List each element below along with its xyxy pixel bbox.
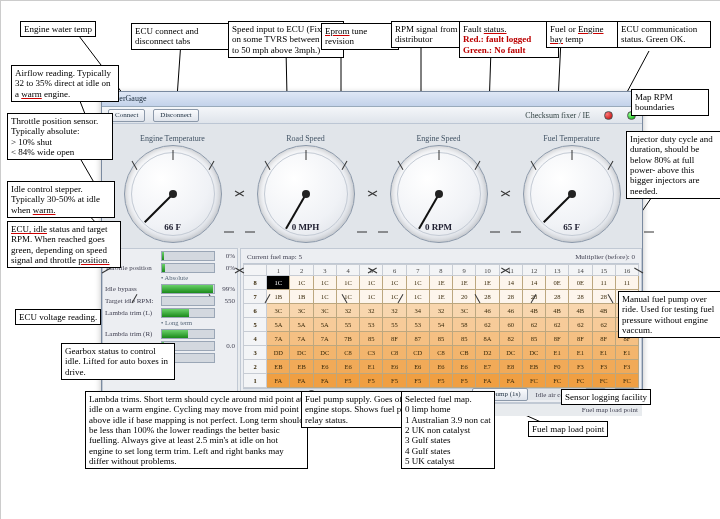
callout-engine-water-temp: Engine water temp: [20, 21, 96, 37]
gauge: Engine Temperature66 F: [106, 134, 239, 243]
callout-throttle: Throttle position sensor. Typically abso…: [7, 113, 113, 160]
gauge: Road Speed0 MPH: [239, 134, 372, 243]
multiplier-label: Multiplier (before): 0: [575, 253, 635, 261]
callout-ecu-connect-tabs: ECU connect and disconnect tabs: [131, 23, 229, 50]
callout-injector: Injector duty cycle and duration, should…: [626, 131, 720, 199]
fault-led: [604, 111, 613, 120]
disconnect-tab[interactable]: Disconnect: [153, 109, 199, 122]
eprom-label: Checksum fixer / IE: [525, 111, 590, 120]
gauge: Fuel Temperature65 F: [505, 134, 638, 243]
idle-bar: Idle bypass99%: [105, 284, 235, 294]
window-title: RoverGauge: [102, 92, 642, 107]
fuel-map-loadpoint-label: Fuel map load point: [582, 406, 638, 414]
callout-voltage: ECU voltage reading.: [15, 309, 101, 325]
callout-idle-stepper: Idle control stepper. Typically 30-50% a…: [7, 181, 115, 218]
callout-eprom: Eprom tune revision: [321, 23, 399, 50]
callout-fuel-temp: Fuel or Engine bay temp: [546, 21, 620, 48]
fuel-map-panel: Current fuel map: 5 Multiplier (before):…: [240, 248, 642, 403]
connect-tab[interactable]: Connect: [108, 109, 145, 122]
callout-sensor-logging: Sensor logging facility: [561, 389, 651, 405]
callout-manual-pump: Manual fuel pump over ride. Used for tes…: [618, 291, 720, 338]
callout-gearbox: Gearbox status to control idle. Lifted f…: [61, 343, 175, 380]
lambda-right-bar: Lambda trim (R): [105, 329, 235, 339]
callout-fault-status: Fault status. Red.: fault logged Green.:…: [459, 21, 559, 58]
throttle-bar: Throttle position0%: [105, 263, 235, 273]
target-rpm: Target idle RPM:550: [105, 296, 235, 306]
callout-selected-map: Selected fuel map. 0 limp home 1 Austral…: [401, 391, 495, 469]
callout-map-rpm: Map RPM boundaries: [631, 89, 709, 116]
lambda-left-bar: Lambda trim (L): [105, 308, 235, 318]
callout-idle-status: ECU, idle status and target RPM. When re…: [7, 221, 121, 268]
callout-airflow: Airflow reading. Typically 32 to 35% dir…: [11, 65, 119, 102]
callout-lambda: Lambda trims. Short term should cycle ar…: [85, 391, 308, 469]
fuel-map-title: Current fuel map: 5: [247, 253, 302, 261]
maf-bar: MAF0%: [105, 251, 235, 261]
gauge: Engine Speed0 RPM: [372, 134, 505, 243]
fuel-map-table: 1234567891011121314151681C1C1C1C1C1C1C1E…: [243, 264, 639, 388]
gauge-row: Engine Temperature66 FRoad Speed0 MPHEng…: [102, 124, 642, 248]
callout-ecu-comm: ECU communication status. Green OK.: [617, 21, 711, 48]
toolbar: Connect Disconnect Checksum fixer / IE: [102, 107, 642, 124]
callout-loadpoint: Fuel map load point: [528, 421, 608, 437]
app-window: RoverGauge Connect Disconnect Checksum f…: [101, 91, 643, 398]
